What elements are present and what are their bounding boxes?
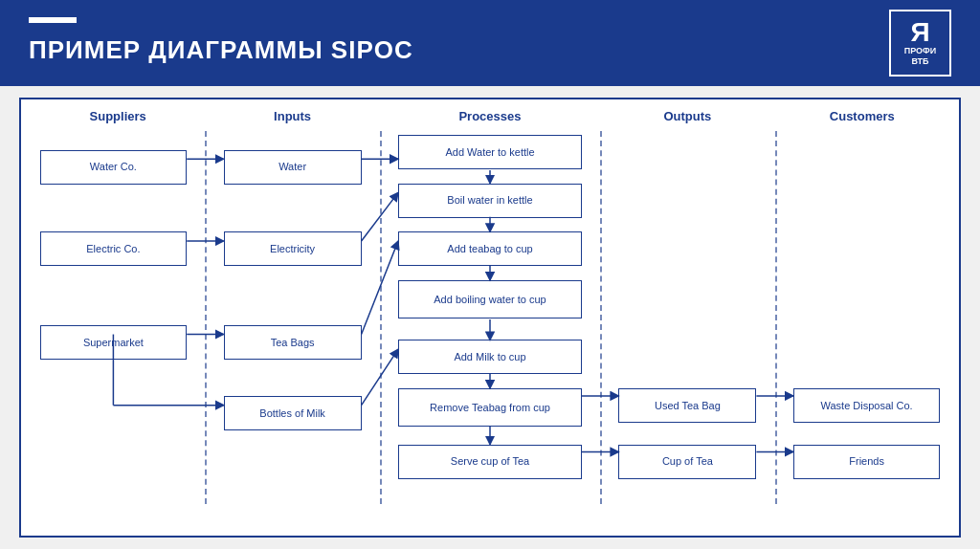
process-add-water: Add Water to kettle: [398, 135, 582, 169]
col-header-suppliers: Suppliers: [31, 109, 205, 123]
divider-2: [380, 131, 382, 504]
process-add-teabag: Add teabag to cup: [398, 231, 582, 266]
header-bar: [29, 17, 77, 23]
process-serve-cup: Serve cup of Tea: [398, 445, 582, 479]
logo-ya: Я: [910, 19, 929, 46]
divider-4: [775, 131, 777, 504]
divider-1: [205, 131, 207, 504]
col-header-inputs: Inputs: [205, 109, 379, 123]
header-title: ПРИМЕР ДИАГРАММЫ SIPOC: [29, 35, 413, 65]
output-used-tea-bag: Used Tea Bag: [618, 388, 756, 423]
supplier-supermarket: Supermarket: [40, 325, 188, 360]
input-water: Water: [224, 150, 362, 185]
supplier-electric-co: Electric Co.: [40, 231, 188, 266]
column-headers: Suppliers Inputs Processes Outputs Custo…: [31, 109, 949, 123]
process-add-boiling-water: Add boiling water to cup: [398, 280, 582, 318]
col-header-customers: Customers: [775, 109, 949, 123]
divider-3: [600, 131, 602, 504]
supplier-water-co: Water Co.: [40, 150, 188, 185]
output-cup-of-tea: Cup of Tea: [618, 445, 756, 479]
input-bottles-of-milk: Bottles of Milk: [224, 396, 362, 430]
process-boil-water: Boil water in kettle: [398, 184, 582, 218]
input-electricity: Electricity: [224, 231, 362, 266]
diagram-body: Water Co. Electric Co. Supermarket Water…: [31, 131, 949, 504]
col-header-outputs: Outputs: [600, 109, 774, 123]
process-add-milk: Add Milk to cup: [398, 340, 582, 374]
customer-waste-disposal: Waste Disposal Co.: [793, 388, 941, 423]
content: Suppliers Inputs Processes Outputs Custo…: [0, 86, 980, 549]
col-header-processes: Processes: [380, 109, 600, 123]
input-tea-bags: Tea Bags: [224, 325, 362, 360]
logo: Я ПРОФИВТБ: [889, 10, 951, 77]
customer-friends: Friends: [793, 445, 941, 479]
logo-text: ПРОФИВТБ: [904, 46, 937, 67]
process-remove-teabag: Remove Teabag from cup: [398, 388, 582, 427]
diagram-container: Suppliers Inputs Processes Outputs Custo…: [19, 98, 961, 538]
header: ПРИМЕР ДИАГРАММЫ SIPOC Я ПРОФИВТБ: [0, 0, 980, 86]
